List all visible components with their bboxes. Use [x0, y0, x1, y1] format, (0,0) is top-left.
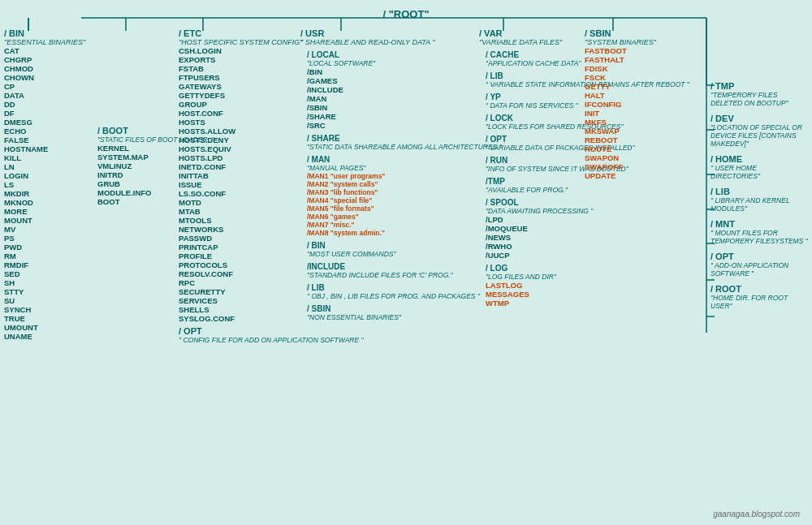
local-sub-item: /SRC — [307, 121, 502, 130]
right-lib-desc: " LIBRARY AND KERNEL MODULES" — [710, 196, 808, 213]
spool-sub: /LPD/MOQUEUE/NEWS/RWHO/UUCP — [486, 215, 689, 260]
sbin-item: IFCONFIG — [585, 100, 656, 109]
log-item: LASTLOG — [486, 281, 689, 290]
var-log: / LOG "LOG FILES AND DIR" LASTLOGMESSAGE… — [479, 264, 689, 308]
local-sub-item: /BIN — [307, 67, 502, 76]
bin-item: MKNOD — [4, 198, 85, 207]
spool-desc: "DATA AWAITING PROCESSING " — [486, 207, 689, 215]
bin-item: LS — [4, 180, 85, 189]
local-desc: "LOCAL SOFTWARE" — [307, 59, 502, 67]
bin-item: STTY — [4, 287, 85, 296]
include-desc: "STANDARD INCLUDE FILES FOR 'C' PROG." — [307, 271, 502, 279]
bin-item: CHOWN — [4, 73, 85, 82]
man-desc: "MANUAL PAGES" — [307, 164, 502, 172]
log-desc: "LOG FILES AND DIR" — [486, 273, 689, 281]
right-mnt-desc: " MOUNT FILES FOR TEMPORERY FILESYSTEMS … — [710, 229, 808, 245]
log-title: / LOG — [486, 264, 689, 273]
man-item: /MAN7 "misc." — [307, 221, 502, 229]
right-opt-desc: " ADD-ON APPLICATION SOFTWARE " — [710, 261, 808, 278]
right-home-title: / HOME — [710, 154, 808, 164]
man-item: /MAN3 "lib functions" — [307, 188, 502, 196]
sbin-item: GETTY — [585, 82, 656, 91]
bin-title: / BIN — [4, 28, 85, 38]
man-item: /MAN4 "special file" — [307, 196, 502, 204]
man-item: /MAN1 "user programs" — [307, 172, 502, 180]
sbin-item: FASTHALT — [585, 55, 656, 64]
local-title: / LOCAL — [307, 50, 502, 59]
bin-item: FALSE — [4, 136, 85, 144]
man-items: /MAN1 "user programs"/MAN2 "system calls… — [307, 172, 502, 237]
right-root-title: / ROOT — [710, 284, 808, 294]
right-tmp: / TMP "TEMPERORY FILES DELETED ON BOOTUP… — [710, 81, 808, 107]
usr-bin-desc: "MOST USER COMMANDS" — [307, 250, 502, 258]
right-opt: / OPT " ADD-ON APPLICATION SOFTWARE " — [710, 252, 808, 278]
sbin-item: MKSWAP — [585, 127, 656, 136]
bin-item: CHGRP — [4, 55, 85, 64]
bin-item: PWD — [4, 243, 85, 252]
local-sub: /BIN/GAMES/INCLUDE/MAN/SBIN/SHARE/SRC — [307, 67, 502, 130]
right-dev: / DEV "LOCATION OF SPECIAL OR DEVICE FIL… — [710, 114, 808, 148]
usr-lib-desc: " OBJ , BIN , LIB FILES FOR PROG. AND PA… — [307, 292, 502, 300]
bin-item: RMDIF — [4, 260, 85, 269]
bin-item: DATA — [4, 91, 85, 100]
spool-sub-item: /UUCP — [486, 251, 689, 260]
sbin-desc: "SYSTEM BINARIES" — [585, 38, 656, 46]
usr-share: / SHARE "STATIC DATA SHAREABLE AMONG ALL… — [300, 134, 502, 151]
var-spool: / SPOOL "DATA AWAITING PROCESSING " /LPD… — [479, 198, 689, 260]
sbin-item: FDISK — [585, 64, 656, 73]
usr-desc: " SHAREABLE AND READ-ONLY DATA " — [300, 38, 502, 46]
bin-item: MORE — [4, 207, 85, 216]
bin-item: DF — [4, 109, 85, 118]
bin-item: UNAME — [4, 332, 85, 341]
usr-title: / USR — [300, 28, 502, 38]
sbin-item: UPDATE — [585, 171, 656, 180]
sbin-item: HALT — [585, 91, 656, 100]
log-item: MESSAGES — [486, 290, 689, 299]
spool-sub-item: /RWHO — [486, 242, 689, 251]
right-lib-title: / LIB — [710, 187, 808, 196]
usr-lib: / LIB " OBJ , BIN , LIB FILES FOR PROG. … — [300, 283, 502, 300]
bin-item: HOSTNAME — [4, 144, 85, 153]
bin-item: MKDIR — [4, 189, 85, 198]
sbin-items: FASTBOOTFASTHALTFDISKFSCKGETTYHALTIFCONF… — [585, 46, 656, 180]
sbin-column: / SBIN "SYSTEM BINARIES" FASTBOOTFASTHAL… — [585, 28, 656, 180]
right-tmp-desc: "TEMPERORY FILES DELETED ON BOOTUP" — [710, 91, 808, 107]
usr-sbin: / SBIN "NON ESSENTIAL BINARIES" — [300, 304, 502, 321]
var-tmp-desc: "AVAILABLE FOR PROG." — [486, 186, 689, 194]
usr-sbin-title: / SBIN — [307, 304, 502, 313]
spool-sub-item: /NEWS — [486, 233, 689, 242]
bin-item: CAT — [4, 46, 85, 55]
bin-item: DD — [4, 100, 85, 109]
bin-item: TRUE — [4, 314, 85, 323]
root-title: / "ROOT" — [8, 8, 804, 20]
usr-bin: / BIN "MOST USER COMMANDS" — [300, 241, 502, 258]
page: / "ROOT" — [0, 0, 812, 525]
bin-desc: "ESSENTIAL BINARIES" — [4, 38, 85, 46]
bin-item: RM — [4, 252, 85, 260]
etc-opt: / OPT " CONFIG FILE FOR ADD ON APPLICATI… — [179, 326, 364, 344]
right-dev-desc: "LOCATION OF SPECIAL OR DEVICE FILES [CO… — [710, 123, 808, 148]
right-dev-title: / DEV — [710, 114, 808, 123]
share-title: / SHARE — [307, 134, 502, 143]
right-root: / ROOT "HOME DIR. FOR ROOT USER" — [710, 284, 808, 310]
bin-items: CATCHGRPCHMODCHOWNCPDATADDDFDMESGECHOFAL… — [4, 46, 85, 341]
bin-item: SU — [4, 296, 85, 305]
watermark: gaanagaa.blogspot.com — [713, 510, 800, 519]
bin-item: MV — [4, 225, 85, 234]
man-item: /MAN8 "system admin." — [307, 229, 502, 237]
bin-item: DMESG — [4, 118, 85, 127]
bin-item: CHMOD — [4, 64, 85, 73]
local-sub-item: /SHARE — [307, 112, 502, 121]
bin-column: / BIN "ESSENTIAL BINARIES" CATCHGRPCHMOD… — [4, 28, 85, 341]
share-desc: "STATIC DATA SHAREABLE AMONG ALL ARCHITE… — [307, 143, 502, 151]
bin-item: SYNCH — [4, 305, 85, 314]
right-home-desc: " USER HOME DIRECTORIES" — [710, 164, 808, 180]
usr-include: /INCLUDE "STANDARD INCLUDE FILES FOR 'C'… — [300, 262, 502, 279]
local-sub-item: /SBIN — [307, 103, 502, 112]
sbin-item: SWAPOFF — [585, 162, 656, 171]
usr-local: / LOCAL "LOCAL SOFTWARE" /BIN/GAMES/INCL… — [300, 50, 502, 130]
usr-lib-title: / LIB — [307, 283, 502, 292]
bin-item: SH — [4, 278, 85, 287]
sbin-item: ROUTE — [585, 144, 656, 153]
usr-man: / MAN "MANUAL PAGES" /MAN1 "user program… — [300, 155, 502, 237]
